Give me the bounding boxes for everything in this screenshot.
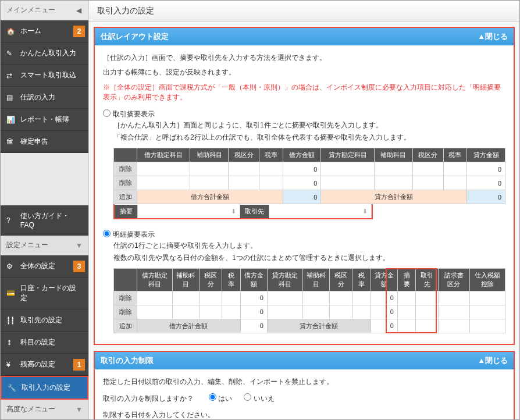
col: 補助科目 bbox=[303, 268, 330, 291]
nav-label: 全体の設定 bbox=[20, 261, 55, 271]
nav-label: スマート取引取込 bbox=[20, 70, 76, 80]
cell: 0 bbox=[240, 291, 267, 305]
collapse-toggle[interactable]: ▲閉じる bbox=[478, 355, 508, 366]
nav-account-title-settings[interactable]: ⥉ 科目の設定 bbox=[1, 332, 88, 354]
cell: 0 bbox=[283, 190, 321, 204]
row-action[interactable]: 削除 bbox=[114, 291, 137, 305]
partner-icon: ┇┇ bbox=[6, 316, 17, 325]
radio-input[interactable] bbox=[244, 393, 251, 401]
nav-label: 取引入力の設定 bbox=[22, 383, 70, 393]
partner-label: 取引先 bbox=[240, 205, 269, 218]
nav-account-card-settings[interactable]: 💳 口座・カードの設定 bbox=[1, 277, 88, 309]
radio-input[interactable] bbox=[103, 230, 111, 237]
nav-faq[interactable]: ? 使い方ガイド・FAQ bbox=[1, 205, 88, 236]
date-label: 制限する日付を入力してください。 bbox=[103, 410, 505, 419]
nav-tax-return[interactable]: 🏛 確定申告 bbox=[1, 131, 88, 153]
nav-label: 残高の設定 bbox=[20, 360, 55, 369]
panel-header: 取引の入力制限 ▲閉じる bbox=[95, 352, 514, 369]
badge: 2 bbox=[73, 26, 85, 37]
radio-no[interactable]: いいえ bbox=[244, 393, 274, 404]
col-partner: 取引先 bbox=[416, 268, 439, 291]
nav-home[interactable]: 🏠 ホーム 2 bbox=[1, 20, 88, 42]
col: 補助科目 bbox=[374, 148, 412, 162]
col-summary: 摘要 bbox=[397, 268, 415, 291]
radio-input[interactable] bbox=[103, 109, 111, 117]
section-title: 設定メニュー bbox=[6, 240, 48, 250]
option-desc: 複数の取引先や異なる日付の金額を、1つの仕訳にまとめて管理するときに選択します。 bbox=[113, 252, 505, 264]
question-icon: ? bbox=[6, 216, 17, 225]
report-icon: 📊 bbox=[6, 116, 17, 124]
col: 税区分 bbox=[412, 148, 443, 162]
settings-section-header[interactable]: 設定メニュー ▼ bbox=[1, 236, 88, 255]
radio-yes[interactable]: はい bbox=[209, 393, 232, 404]
partner-field[interactable]: ⬇ bbox=[269, 204, 372, 218]
nav-label: 使い方ガイド・FAQ bbox=[20, 211, 83, 229]
col: 貸方金額 bbox=[371, 268, 397, 291]
nav-balance-settings[interactable]: ¥ 残高の設定 1 bbox=[1, 354, 88, 376]
radio-label: 明細摘要表示 bbox=[113, 230, 155, 240]
row-action[interactable]: 削除 bbox=[114, 176, 137, 190]
radio-input[interactable] bbox=[209, 393, 216, 401]
dropdown-icon: ⬇ bbox=[231, 208, 236, 215]
nav-label: かんたん取引入力 bbox=[20, 48, 76, 58]
col: 借方勘定科目 bbox=[137, 148, 190, 162]
preview-table-1: 借方勘定科目 補助科目 税区分 税率 借方金額 貸方勘定科目 補助科目 税区分 … bbox=[113, 148, 505, 204]
nav-transaction-input-settings[interactable]: 🔧 取引入力の設定 bbox=[1, 376, 88, 400]
sidebar: メインメニュー ◀ 🏠 ホーム 2 ✎ かんたん取引入力 ⇄ スマート取引取込 … bbox=[1, 1, 89, 419]
nav-label: 口座・カードの設定 bbox=[20, 283, 83, 303]
collapse-icon[interactable]: ◀ bbox=[74, 6, 83, 15]
yen-icon: ¥ bbox=[6, 361, 17, 369]
radio-label: 取引摘要表示 bbox=[113, 109, 155, 119]
col: 貸方金額 bbox=[467, 148, 505, 162]
page-title: 取引入力の設定 bbox=[89, 1, 519, 22]
option-desc: 「複合仕訳」と呼ばれる2行以上の仕訳でも、取引全体を代表する摘要や取引先を入力し… bbox=[113, 131, 505, 143]
col-blank bbox=[114, 268, 137, 291]
card-icon: 💳 bbox=[6, 289, 17, 297]
col: 税率 bbox=[352, 268, 371, 291]
nav-partner-settings[interactable]: ┇┇ 取引先の設定 bbox=[1, 309, 88, 332]
nav-easy-entry[interactable]: ✎ かんたん取引入力 bbox=[1, 42, 88, 65]
collapse-toggle[interactable]: ▲閉じる bbox=[478, 31, 508, 42]
radio-label: いいえ bbox=[254, 394, 275, 403]
panel-title: 取引の入力制限 bbox=[101, 355, 154, 366]
warning-text: ※［全体の設定］画面で課税方式が「一般（本則・原則）」の場合は、インボイス制度に… bbox=[103, 83, 505, 102]
nav-label: レポート・帳簿 bbox=[20, 115, 69, 124]
panel-title: 仕訳レイアウト設定 bbox=[101, 31, 169, 42]
radio-transaction-summary[interactable]: 取引摘要表示 bbox=[103, 109, 505, 119]
summary-field[interactable]: ⬇ bbox=[138, 204, 240, 218]
col: 税率 bbox=[443, 148, 466, 162]
nav-label: 科目の設定 bbox=[20, 337, 55, 347]
cell: 0 bbox=[240, 305, 267, 319]
nav-reports[interactable]: 📊 レポート・帳簿 bbox=[1, 109, 88, 131]
cell: 0 bbox=[240, 319, 267, 333]
radio-detail-summary[interactable]: 明細摘要表示 bbox=[103, 230, 505, 240]
nav-label: 確定申告 bbox=[20, 137, 48, 147]
badge: 3 bbox=[73, 261, 85, 272]
advanced-section-header[interactable]: 高度なメニュー ▼ bbox=[1, 400, 88, 419]
col: 税率 bbox=[222, 268, 240, 291]
desc-text: 指定した日付以前の取引の入力、編集、削除、インポートを禁止します。 bbox=[103, 376, 505, 387]
sidebar-title: メインメニュー bbox=[6, 5, 55, 15]
sum-label: 借方合計金額 bbox=[137, 319, 241, 333]
nav-global-settings[interactable]: ⚙ 全体の設定 3 bbox=[1, 255, 88, 277]
dropdown-icon: ⬇ bbox=[362, 208, 368, 215]
row-action[interactable]: 追加 bbox=[114, 319, 137, 333]
wrench-icon: 🔧 bbox=[8, 384, 18, 392]
nav-journal-entry[interactable]: ▤ 仕訳の入力 bbox=[1, 87, 88, 109]
col: 貸方勘定科目 bbox=[321, 148, 374, 162]
col: 借方勘定科目 bbox=[137, 268, 173, 291]
sidebar-header: メインメニュー ◀ bbox=[1, 1, 88, 20]
row-action[interactable]: 削除 bbox=[114, 162, 137, 176]
nav-smart-import[interactable]: ⇄ スマート取引取込 bbox=[1, 65, 88, 87]
import-icon: ⇄ bbox=[6, 72, 17, 80]
row-action[interactable]: 追加 bbox=[114, 190, 137, 204]
cell: 0 bbox=[467, 190, 505, 204]
col-blank bbox=[114, 148, 137, 162]
cell: 0 bbox=[467, 162, 505, 176]
sum-label: 貸方合計金額 bbox=[321, 190, 467, 204]
col: 税区分 bbox=[200, 268, 222, 291]
row-action[interactable]: 削除 bbox=[114, 305, 137, 319]
option-desc: ［かんたん取引入力］画面と同じように、取引1件ごとに摘要や取引先を入力します。 bbox=[113, 119, 505, 131]
sum-label: 借方合計金額 bbox=[137, 190, 283, 204]
desc-text: 出力する帳簿にも、設定が反映されます。 bbox=[103, 67, 505, 78]
